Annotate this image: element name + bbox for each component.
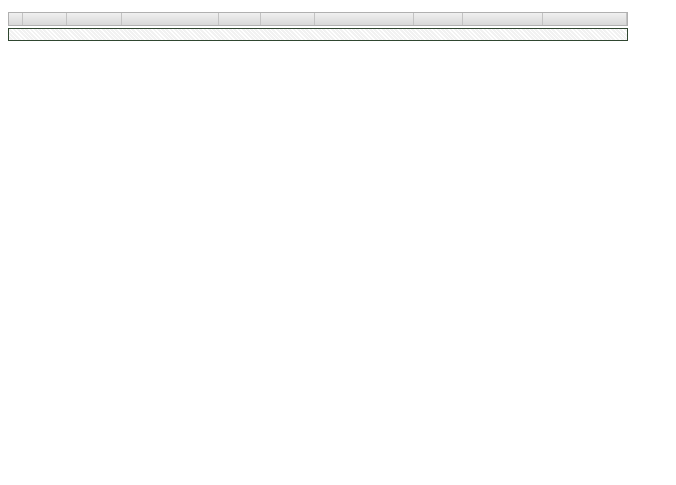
column-header-calling-party <box>67 13 122 25</box>
call-report-table <box>8 12 628 41</box>
column-header-called <box>122 13 219 25</box>
chart-plot-area <box>323 205 667 443</box>
column-header-answered <box>414 13 463 25</box>
date-group-header <box>8 28 628 41</box>
column-header-time <box>23 13 67 25</box>
column-header-expand <box>9 13 23 25</box>
table-header-row <box>8 12 628 26</box>
column-header-duration <box>219 13 261 25</box>
column-header-agent <box>315 13 414 25</box>
column-header-action <box>463 13 543 25</box>
column-header-acd-name <box>261 13 315 25</box>
column-header-global-call-id <box>543 13 627 25</box>
calls-by-date-chart <box>250 195 676 485</box>
